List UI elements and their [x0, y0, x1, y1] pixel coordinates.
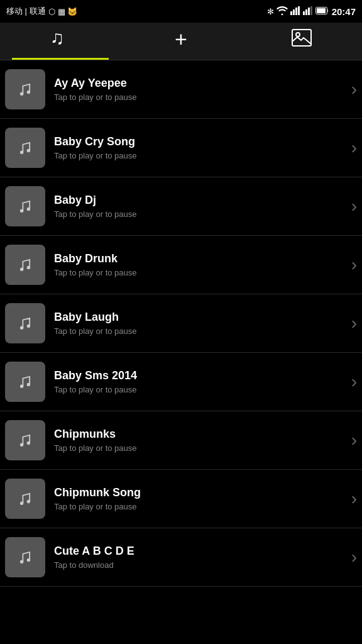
song-thumb-note-icon	[14, 136, 36, 159]
svg-rect-19	[14, 195, 36, 218]
svg-point-14	[20, 92, 23, 96]
song-title: Baby Cry Song	[54, 135, 348, 148]
song-thumb-note-icon	[14, 312, 36, 335]
song-thumb-note-icon	[14, 78, 36, 101]
song-item-2[interactable]: Baby Cry Song Tap to play or to pause ›	[0, 119, 362, 177]
status-right: ✻	[267, 6, 356, 17]
svg-point-18	[27, 149, 30, 152]
song-title: Cute A B C D E	[54, 545, 348, 558]
song-thumb-note-icon	[14, 195, 36, 218]
svg-rect-1	[293, 9, 295, 15]
tab-music[interactable]: ♫	[0, 23, 121, 60]
song-info: Baby Sms 2014 Tap to play or to pause	[54, 369, 348, 394]
song-item-6[interactable]: Baby Sms 2014 Tap to play or to pause ›	[0, 353, 362, 411]
svg-rect-11	[292, 30, 311, 46]
song-item-8[interactable]: Chipmunk Song Tap to play or to pause ›	[0, 470, 362, 528]
battery-icon	[315, 7, 329, 16]
svg-rect-13	[14, 78, 36, 101]
song-subtitle: Tap to play or to pause	[54, 92, 348, 102]
svg-point-12	[296, 33, 300, 36]
song-info: Baby Cry Song Tap to play or to pause	[54, 135, 348, 160]
chevron-right-icon: ›	[351, 547, 357, 567]
status-bar: 移动 | 联通 ⬡ ▦ 🐱 ✻	[0, 0, 362, 23]
song-item-9[interactable]: Cute A B C D E Tap to download ›	[0, 528, 362, 587]
time-display: 20:47	[332, 6, 356, 17]
song-item-7[interactable]: Chipmunks Tap to play or to pause ›	[0, 411, 362, 470]
chevron-right-icon: ›	[351, 430, 357, 450]
song-item-3[interactable]: Baby Dj Tap to play or to pause ›	[0, 177, 362, 236]
song-thumb-note-icon	[14, 546, 36, 569]
svg-rect-5	[305, 9, 307, 15]
song-subtitle: Tap to play or to pause	[54, 443, 348, 453]
song-thumbnail	[5, 362, 45, 402]
song-info: Baby Laugh Tap to play or to pause	[54, 311, 348, 336]
song-thumbnail	[5, 479, 45, 519]
song-title: Baby Drunk	[54, 252, 348, 265]
svg-rect-25	[14, 312, 36, 335]
song-thumbnail	[5, 128, 45, 168]
svg-rect-3	[298, 6, 300, 15]
svg-point-20	[20, 209, 23, 213]
chevron-right-icon: ›	[351, 138, 357, 158]
svg-rect-0	[290, 11, 292, 15]
svg-point-36	[27, 500, 30, 503]
svg-rect-34	[14, 487, 36, 510]
svg-point-32	[20, 443, 23, 447]
svg-rect-22	[14, 253, 36, 276]
song-title: Chipmunk Song	[54, 486, 348, 499]
song-info: Baby Dj Tap to play or to pause	[54, 194, 348, 219]
tab-gallery[interactable]	[241, 23, 362, 60]
wifi-icon	[277, 6, 288, 17]
carrier-text: 移动 | 联通	[6, 6, 46, 17]
song-title: Chipmunks	[54, 428, 348, 441]
song-info: Chipmunk Song Tap to play or to pause	[54, 486, 348, 511]
tab-bar: ♫ +	[0, 23, 362, 60]
song-subtitle: Tap to play or to pause	[54, 209, 348, 219]
svg-rect-31	[14, 429, 36, 452]
song-thumb-note-icon	[14, 487, 36, 510]
song-subtitle: Tap to play or to pause	[54, 502, 348, 511]
song-thumb-note-icon	[14, 253, 36, 276]
carrier-icon: ⬡	[48, 7, 55, 16]
song-thumbnail	[5, 186, 45, 226]
svg-point-39	[27, 558, 30, 562]
song-thumbnail	[5, 245, 45, 285]
svg-text:♫: ♫	[50, 27, 65, 48]
svg-rect-37	[14, 546, 36, 569]
svg-rect-2	[295, 8, 297, 15]
svg-point-15	[27, 91, 30, 94]
song-item-5[interactable]: Baby Laugh Tap to play or to pause ›	[0, 294, 362, 353]
chevron-right-icon: ›	[351, 79, 357, 99]
song-title: Baby Sms 2014	[54, 369, 348, 382]
song-title: Baby Dj	[54, 194, 348, 207]
svg-point-33	[27, 441, 30, 445]
song-title: Baby Laugh	[54, 311, 348, 324]
chevron-right-icon: ›	[351, 372, 357, 392]
song-subtitle: Tap to play or to pause	[54, 385, 348, 394]
song-thumbnail	[5, 537, 45, 577]
song-thumbnail	[5, 69, 45, 109]
song-list: Ay Ay Yeepee Tap to play or to pause › B…	[0, 60, 362, 587]
svg-rect-4	[303, 11, 305, 15]
svg-point-27	[27, 325, 30, 328]
svg-point-21	[27, 208, 30, 211]
song-title: Ay Ay Yeepee	[54, 77, 348, 90]
app-icons: ▦ 🐱	[58, 7, 78, 16]
svg-rect-16	[14, 136, 36, 159]
status-left: 移动 | 联通 ⬡ ▦ 🐱	[6, 6, 77, 17]
song-info: Ay Ay Yeepee Tap to play or to pause	[54, 77, 348, 102]
chevron-right-icon: ›	[351, 255, 357, 275]
song-item-4[interactable]: Baby Drunk Tap to play or to pause ›	[0, 236, 362, 294]
svg-point-38	[20, 560, 23, 564]
song-info: Chipmunks Tap to play or to pause	[54, 428, 348, 453]
chevron-right-icon: ›	[351, 489, 357, 509]
song-subtitle: Tap to download	[54, 560, 348, 570]
song-item-1[interactable]: Ay Ay Yeepee Tap to play or to pause ›	[0, 60, 362, 119]
song-subtitle: Tap to play or to pause	[54, 268, 348, 277]
song-thumb-note-icon	[14, 429, 36, 452]
tab-add[interactable]: +	[121, 23, 241, 60]
bluetooth-icon: ✻	[267, 7, 274, 16]
signal1-icon	[290, 6, 300, 17]
song-subtitle: Tap to play or to pause	[54, 151, 348, 160]
svg-point-17	[20, 151, 23, 154]
